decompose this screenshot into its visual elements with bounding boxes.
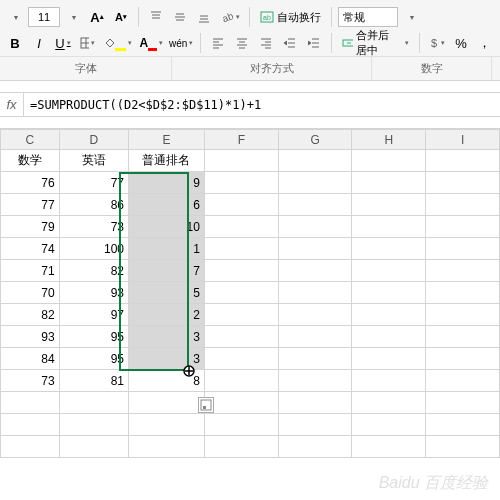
underline-button[interactable]: U▾ [52,32,74,54]
cell[interactable] [278,282,352,304]
cell[interactable] [278,304,352,326]
cell[interactable] [352,150,426,172]
cell[interactable]: 3 [129,326,205,348]
spreadsheet-grid[interactable]: C D E F G H I 数学 英语 普通排名 76779 77866 797… [0,129,500,458]
increase-font-button[interactable]: A▴ [86,6,108,28]
bold-button[interactable]: B [4,32,26,54]
cell[interactable] [204,436,278,458]
wrap-text-button[interactable]: ab 自动换行 [256,6,325,28]
fill-color-button[interactable]: ▾ [100,32,134,54]
align-right-button[interactable] [255,32,277,54]
align-left-button[interactable] [207,32,229,54]
cell[interactable] [204,238,278,260]
cell[interactable] [204,282,278,304]
cell[interactable] [426,436,500,458]
cell[interactable] [278,348,352,370]
cell[interactable]: 97 [59,304,128,326]
align-center-button[interactable] [231,32,253,54]
percent-button[interactable]: % [450,32,472,54]
phonetic-button[interactable]: wén▾ [168,32,194,54]
cell[interactable] [278,326,352,348]
cell[interactable]: 10 [129,216,205,238]
cell[interactable] [352,216,426,238]
cell[interactable] [1,414,60,436]
cell[interactable] [426,326,500,348]
cell[interactable] [352,370,426,392]
cell[interactable] [129,392,205,414]
align-middle-button[interactable] [169,6,191,28]
cell[interactable] [59,436,128,458]
cell[interactable] [352,392,426,414]
cell[interactable] [129,414,205,436]
decrease-font-button[interactable]: A▾ [110,6,132,28]
cell[interactable] [278,392,352,414]
cell[interactable] [352,238,426,260]
cell[interactable] [278,194,352,216]
cell[interactable] [352,304,426,326]
cell[interactable] [1,436,60,458]
cell[interactable] [426,392,500,414]
number-format-combo[interactable]: 常规 [338,7,398,27]
cell[interactable] [426,282,500,304]
cell[interactable] [426,414,500,436]
cell[interactable]: 93 [1,326,60,348]
cell[interactable]: 100 [59,238,128,260]
italic-button[interactable]: I [28,32,50,54]
cell[interactable] [352,348,426,370]
cell[interactable]: 76 [1,172,60,194]
cell[interactable] [352,436,426,458]
cell[interactable] [204,194,278,216]
decrease-indent-button[interactable] [279,32,301,54]
align-bottom-button[interactable] [193,6,215,28]
increase-indent-button[interactable] [303,32,325,54]
col-header-i[interactable]: I [426,130,500,150]
font-size-dropdown[interactable]: ▼ [62,6,84,28]
cell[interactable]: 82 [59,260,128,282]
cell[interactable] [204,260,278,282]
formula-input[interactable]: =SUMPRODUCT((D2<$D$2:$D$11)*1)+1 [24,93,500,116]
cell[interactable] [278,436,352,458]
fx-button[interactable]: fx [0,93,24,116]
cell[interactable] [426,172,500,194]
border-button[interactable]: ▾ [76,32,98,54]
cell[interactable]: 95 [59,326,128,348]
cell[interactable] [204,370,278,392]
cell[interactable]: 9 [129,172,205,194]
currency-button[interactable]: $▾ [426,32,448,54]
cell[interactable] [204,326,278,348]
cell[interactable] [278,260,352,282]
cell[interactable]: 1 [129,238,205,260]
cell[interactable] [204,304,278,326]
number-format-dropdown[interactable]: ▼ [400,6,422,28]
cell[interactable]: 84 [1,348,60,370]
cell[interactable] [278,216,352,238]
cell[interactable] [426,304,500,326]
cell[interactable] [352,194,426,216]
merge-center-button[interactable]: 合并后居中▾ [338,32,413,54]
cell[interactable]: 73 [59,216,128,238]
cell[interactable] [204,348,278,370]
comma-button[interactable]: ， [474,32,496,54]
cell[interactable] [352,282,426,304]
cell[interactable]: 6 [129,194,205,216]
cell[interactable] [426,150,500,172]
cell[interactable]: 8 [129,370,205,392]
cell[interactable] [1,392,60,414]
col-header-f[interactable]: F [204,130,278,150]
cell[interactable] [129,436,205,458]
cell[interactable] [352,172,426,194]
cell[interactable] [278,150,352,172]
cell[interactable] [278,172,352,194]
col-header-c[interactable]: C [1,130,60,150]
cell[interactable] [426,194,500,216]
align-top-button[interactable] [145,6,167,28]
cell[interactable] [204,414,278,436]
font-size-input[interactable]: 11 [28,7,60,27]
cell[interactable] [59,414,128,436]
orientation-button[interactable]: ab▾ [217,6,243,28]
cell[interactable]: 81 [59,370,128,392]
cell[interactable]: 英语 [59,150,128,172]
cell[interactable]: 71 [1,260,60,282]
cell[interactable] [204,150,278,172]
col-header-h[interactable]: H [352,130,426,150]
